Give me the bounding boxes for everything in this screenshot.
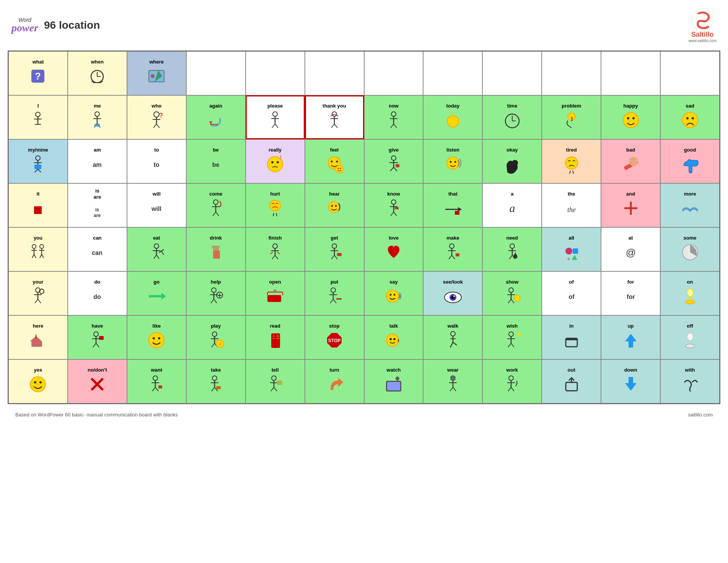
cell-blank7[interactable] bbox=[542, 51, 601, 95]
cell-hurt[interactable]: hurt bbox=[246, 183, 305, 227]
cell-of[interactable]: ofof bbox=[542, 271, 601, 315]
cell-bad[interactable]: bad bbox=[601, 139, 660, 183]
cell-time[interactable]: time bbox=[482, 95, 542, 139]
cell-eat[interactable]: eat bbox=[127, 227, 186, 271]
cell-all[interactable]: all bbox=[542, 227, 601, 271]
cell-today[interactable]: today bbox=[423, 95, 482, 139]
cell-and[interactable]: and bbox=[601, 183, 660, 227]
cell-is_are[interactable]: is areisare bbox=[68, 183, 127, 227]
cell-turn[interactable]: turn bbox=[305, 359, 364, 403]
cell-problem[interactable]: problem bbox=[542, 95, 601, 139]
cell-need[interactable]: need bbox=[482, 227, 542, 271]
cell-blank6[interactable] bbox=[482, 51, 542, 95]
cell-stop[interactable]: stopSTOP bbox=[305, 315, 364, 359]
cell-will[interactable]: willwill bbox=[127, 183, 186, 227]
cell-for[interactable]: forfor bbox=[601, 271, 660, 315]
cell-it[interactable]: it bbox=[8, 183, 68, 227]
cell-some[interactable]: some bbox=[660, 227, 720, 271]
cell-to[interactable]: toto bbox=[127, 139, 186, 183]
cell-am[interactable]: amam bbox=[68, 139, 127, 183]
cell-the[interactable]: thethe bbox=[542, 183, 601, 227]
cell-yes[interactable]: yes bbox=[8, 359, 68, 403]
cell-put[interactable]: put bbox=[305, 271, 364, 315]
cell-at[interactable]: at@ bbox=[601, 227, 660, 271]
cell-wear[interactable]: wear bbox=[423, 359, 482, 403]
cell-show[interactable]: show bbox=[482, 271, 542, 315]
cell-thankyou[interactable]: thank you bbox=[305, 95, 364, 139]
cell-out[interactable]: out bbox=[542, 359, 601, 403]
cell-talk[interactable]: talk bbox=[364, 315, 423, 359]
cell-please[interactable]: please bbox=[246, 95, 305, 139]
cell-have[interactable]: have bbox=[68, 315, 127, 359]
cell-up[interactable]: up bbox=[601, 315, 660, 359]
cell-down[interactable]: down bbox=[601, 359, 660, 403]
cell-make[interactable]: make bbox=[423, 227, 482, 271]
cell-with[interactable]: with bbox=[660, 359, 720, 403]
cell-more[interactable]: more bbox=[660, 183, 720, 227]
cell-feel[interactable]: feel bbox=[305, 139, 364, 183]
cell-good[interactable]: good bbox=[660, 139, 720, 183]
cell-know[interactable]: know bbox=[364, 183, 423, 227]
cell-label-play: play bbox=[211, 323, 221, 329]
cell-walk[interactable]: walk bbox=[423, 315, 482, 359]
cell-a[interactable]: aa bbox=[482, 183, 542, 227]
cell-what[interactable]: what? bbox=[8, 51, 68, 95]
cell-love[interactable]: love bbox=[364, 227, 423, 271]
cell-okay[interactable]: okay bbox=[482, 139, 542, 183]
cell-want[interactable]: want bbox=[127, 359, 186, 403]
cell-i[interactable]: I bbox=[8, 95, 68, 139]
cell-be[interactable]: bebe bbox=[186, 139, 246, 183]
cell-go[interactable]: go bbox=[127, 271, 186, 315]
cell-happy[interactable]: happy bbox=[601, 95, 660, 139]
cell-give[interactable]: give bbox=[364, 139, 423, 183]
cell-who[interactable]: who? bbox=[127, 95, 186, 139]
cell-read[interactable]: read bbox=[246, 315, 305, 359]
cell-your[interactable]: your bbox=[8, 271, 68, 315]
cell-seelook[interactable]: see/look bbox=[423, 271, 482, 315]
cell-nodont[interactable]: no/don't bbox=[68, 359, 127, 403]
cell-wish[interactable]: wish★ bbox=[482, 315, 542, 359]
svg-line-24 bbox=[272, 124, 275, 128]
cell-blank5[interactable] bbox=[423, 51, 482, 95]
cell-really[interactable]: really! bbox=[246, 139, 305, 183]
cell-finish[interactable]: finish bbox=[246, 227, 305, 271]
cell-off[interactable]: off bbox=[660, 315, 720, 359]
cell-blank4[interactable] bbox=[364, 51, 423, 95]
cell-blank1[interactable] bbox=[186, 51, 246, 95]
cell-hear[interactable]: hear bbox=[305, 183, 364, 227]
cell-drink[interactable]: drink bbox=[186, 227, 246, 271]
cell-in[interactable]: in bbox=[542, 315, 601, 359]
cell-on[interactable]: on bbox=[660, 271, 720, 315]
cell-you[interactable]: you bbox=[8, 227, 68, 271]
cell-again[interactable]: again bbox=[186, 95, 246, 139]
cell-mymine[interactable]: my/mine bbox=[8, 139, 68, 183]
cell-take[interactable]: take bbox=[186, 359, 246, 403]
cell-can[interactable]: cancan bbox=[68, 227, 127, 271]
cell-come[interactable]: come bbox=[186, 183, 246, 227]
cell-here[interactable]: here bbox=[8, 315, 68, 359]
cell-say[interactable]: say bbox=[364, 271, 423, 315]
cell-do[interactable]: dodo bbox=[68, 271, 127, 315]
cell-blank9[interactable] bbox=[660, 51, 720, 95]
cell-help[interactable]: help bbox=[186, 271, 246, 315]
svg-rect-96 bbox=[455, 211, 459, 215]
cell-blank8[interactable] bbox=[601, 51, 660, 95]
cell-blank3[interactable] bbox=[305, 51, 364, 95]
cell-work[interactable]: work bbox=[482, 359, 542, 403]
cell-when[interactable]: when bbox=[68, 51, 127, 95]
cell-listen[interactable]: listen bbox=[423, 139, 482, 183]
cell-blank2[interactable] bbox=[246, 51, 305, 95]
cell-get[interactable]: get bbox=[305, 227, 364, 271]
cell-that[interactable]: that bbox=[423, 183, 482, 227]
cell-watch[interactable]: watch bbox=[364, 359, 423, 403]
cell-like[interactable]: like bbox=[127, 315, 186, 359]
cell-where[interactable]: where bbox=[127, 51, 186, 95]
cell-me[interactable]: me bbox=[68, 95, 127, 139]
svg-rect-190 bbox=[31, 341, 42, 347]
cell-now[interactable]: now bbox=[364, 95, 423, 139]
cell-tired[interactable]: tired bbox=[542, 139, 601, 183]
cell-sad[interactable]: sad bbox=[660, 95, 720, 139]
cell-tell[interactable]: tell bbox=[246, 359, 305, 403]
cell-play[interactable]: play♪ bbox=[186, 315, 246, 359]
cell-open[interactable]: open bbox=[246, 271, 305, 315]
